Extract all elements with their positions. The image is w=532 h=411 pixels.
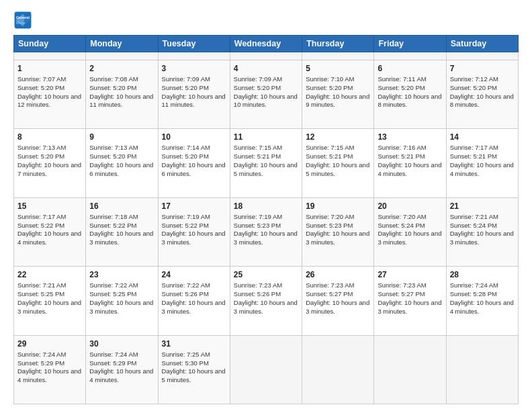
- sunset-text: Sunset: 5:22 PM: [89, 222, 136, 229]
- calendar-cell: 20Sunrise: 7:20 AMSunset: 5:24 PMDayligh…: [374, 197, 446, 266]
- daylight-text: Daylight: 10 hours and 3 minutes.: [162, 230, 226, 246]
- sunset-text: Sunset: 5:30 PM: [162, 359, 209, 367]
- sunset-text: Sunset: 5:24 PM: [378, 222, 425, 229]
- day-number: 1: [17, 63, 82, 74]
- sunrise-text: Sunrise: 7:20 AM: [306, 213, 354, 220]
- sunset-text: Sunset: 5:21 PM: [450, 152, 497, 160]
- svg-text:Blue: Blue: [16, 20, 26, 25]
- calendar-week-row: 15Sunrise: 7:17 AMSunset: 5:22 PMDayligh…: [14, 197, 519, 266]
- calendar-cell: 23Sunrise: 7:22 AMSunset: 5:25 PMDayligh…: [86, 267, 158, 335]
- sunrise-text: Sunrise: 7:20 AM: [378, 213, 426, 220]
- calendar-cell: 31Sunrise: 7:25 AMSunset: 5:30 PMDayligh…: [158, 335, 230, 404]
- sunrise-text: Sunrise: 7:23 AM: [234, 281, 282, 289]
- calendar-week-row: [14, 52, 519, 60]
- calendar-cell: 18Sunrise: 7:19 AMSunset: 5:23 PMDayligh…: [230, 197, 302, 266]
- daylight-text: Daylight: 10 hours and 5 minutes.: [306, 161, 369, 177]
- sunrise-text: Sunrise: 7:16 AM: [378, 144, 426, 151]
- day-number: 13: [378, 132, 442, 142]
- daylight-text: Daylight: 10 hours and 3 minutes.: [306, 299, 369, 315]
- calendar-cell: [302, 335, 374, 404]
- sunset-text: Sunset: 5:22 PM: [17, 222, 64, 229]
- day-number: 29: [17, 338, 82, 349]
- daylight-text: Daylight: 10 hours and 8 minutes.: [378, 93, 441, 109]
- day-number: 11: [234, 132, 298, 142]
- day-number: 24: [162, 269, 226, 280]
- sunset-text: Sunset: 5:26 PM: [162, 290, 209, 298]
- sunrise-text: Sunrise: 7:17 AM: [450, 144, 498, 151]
- sunset-text: Sunset: 5:21 PM: [234, 152, 281, 160]
- day-number: 20: [378, 201, 442, 212]
- calendar-cell: 1Sunrise: 7:07 AMSunset: 5:20 PMDaylight…: [14, 60, 86, 128]
- sunrise-text: Sunrise: 7:21 AM: [17, 281, 66, 289]
- sunset-text: Sunset: 5:23 PM: [234, 222, 281, 229]
- daylight-text: Daylight: 10 hours and 4 minutes.: [17, 367, 81, 383]
- calendar-day-header: Thursday: [302, 36, 374, 52]
- sunrise-text: Sunrise: 7:12 AM: [450, 75, 498, 83]
- sunrise-text: Sunrise: 7:08 AM: [89, 75, 138, 83]
- sunset-text: Sunset: 5:27 PM: [306, 290, 353, 298]
- page: General Blue SundayMondayTuesdayWednesda…: [0, 0, 532, 411]
- sunrise-text: Sunrise: 7:09 AM: [162, 75, 210, 83]
- day-number: 19: [306, 201, 370, 212]
- daylight-text: Daylight: 10 hours and 3 minutes.: [162, 299, 226, 315]
- sunset-text: Sunset: 5:26 PM: [234, 290, 281, 298]
- daylight-text: Daylight: 10 hours and 4 minutes.: [450, 161, 514, 177]
- sunset-text: Sunset: 5:20 PM: [162, 152, 209, 160]
- day-number: 15: [17, 201, 82, 212]
- sunrise-text: Sunrise: 7:23 AM: [306, 281, 354, 289]
- sunrise-text: Sunrise: 7:23 AM: [378, 281, 426, 289]
- sunrise-text: Sunrise: 7:09 AM: [234, 75, 282, 83]
- calendar-cell: 16Sunrise: 7:18 AMSunset: 5:22 PMDayligh…: [86, 197, 158, 266]
- calendar-day-header: Monday: [86, 36, 158, 52]
- calendar-cell: [446, 335, 518, 404]
- sunrise-text: Sunrise: 7:24 AM: [89, 351, 138, 358]
- day-number: 6: [378, 63, 442, 74]
- sunset-text: Sunset: 5:20 PM: [234, 84, 281, 91]
- daylight-text: Daylight: 10 hours and 10 minutes.: [234, 93, 298, 109]
- calendar-cell: 10Sunrise: 7:14 AMSunset: 5:20 PMDayligh…: [158, 129, 230, 197]
- sunrise-text: Sunrise: 7:15 AM: [306, 144, 354, 151]
- day-number: 31: [162, 338, 226, 349]
- daylight-text: Daylight: 10 hours and 8 minutes.: [450, 93, 514, 109]
- calendar-cell: 9Sunrise: 7:13 AMSunset: 5:20 PMDaylight…: [86, 129, 158, 197]
- day-number: 17: [162, 201, 226, 212]
- day-number: 5: [306, 63, 370, 74]
- day-number: 23: [89, 269, 154, 280]
- sunrise-text: Sunrise: 7:19 AM: [162, 213, 210, 220]
- sunrise-text: Sunrise: 7:22 AM: [162, 281, 210, 289]
- calendar-week-row: 29Sunrise: 7:24 AMSunset: 5:29 PMDayligh…: [14, 335, 519, 404]
- calendar-cell: 22Sunrise: 7:21 AMSunset: 5:25 PMDayligh…: [14, 267, 86, 335]
- calendar-week-row: 8Sunrise: 7:13 AMSunset: 5:20 PMDaylight…: [14, 129, 519, 197]
- sunset-text: Sunset: 5:29 PM: [17, 359, 64, 367]
- day-number: 4: [234, 63, 298, 74]
- calendar-cell: 19Sunrise: 7:20 AMSunset: 5:23 PMDayligh…: [302, 197, 374, 266]
- calendar-cell: [14, 52, 86, 60]
- calendar-cell: 2Sunrise: 7:08 AMSunset: 5:20 PMDaylight…: [86, 60, 158, 128]
- calendar-cell: 13Sunrise: 7:16 AMSunset: 5:21 PMDayligh…: [374, 129, 446, 197]
- day-number: 12: [306, 132, 370, 142]
- calendar-day-header: Sunday: [14, 36, 86, 52]
- sunset-text: Sunset: 5:20 PM: [17, 84, 64, 91]
- calendar-cell: [158, 52, 230, 60]
- calendar-cell: [230, 52, 302, 60]
- sunset-text: Sunset: 5:25 PM: [17, 290, 64, 298]
- calendar-cell: 5Sunrise: 7:10 AMSunset: 5:20 PMDaylight…: [302, 60, 374, 128]
- daylight-text: Daylight: 10 hours and 3 minutes.: [378, 230, 441, 246]
- sunrise-text: Sunrise: 7:14 AM: [162, 144, 210, 151]
- daylight-text: Daylight: 10 hours and 3 minutes.: [234, 299, 298, 315]
- sunset-text: Sunset: 5:21 PM: [378, 152, 425, 160]
- calendar-cell: 6Sunrise: 7:11 AMSunset: 5:20 PMDaylight…: [374, 60, 446, 128]
- calendar-cell: 7Sunrise: 7:12 AMSunset: 5:20 PMDaylight…: [446, 60, 518, 128]
- calendar-header-row: SundayMondayTuesdayWednesdayThursdayFrid…: [14, 36, 519, 52]
- calendar-cell: [302, 52, 374, 60]
- logo: General Blue: [13, 11, 35, 30]
- sunset-text: Sunset: 5:20 PM: [162, 84, 209, 91]
- sunrise-text: Sunrise: 7:15 AM: [234, 144, 282, 151]
- daylight-text: Daylight: 10 hours and 5 minutes.: [234, 161, 298, 177]
- daylight-text: Daylight: 10 hours and 3 minutes.: [234, 230, 298, 246]
- daylight-text: Daylight: 10 hours and 12 minutes.: [17, 93, 81, 109]
- daylight-text: Daylight: 10 hours and 11 minutes.: [89, 93, 153, 109]
- calendar-cell: 29Sunrise: 7:24 AMSunset: 5:29 PMDayligh…: [14, 335, 86, 404]
- daylight-text: Daylight: 10 hours and 5 minutes.: [162, 367, 226, 383]
- daylight-text: Daylight: 10 hours and 4 minutes.: [450, 299, 514, 315]
